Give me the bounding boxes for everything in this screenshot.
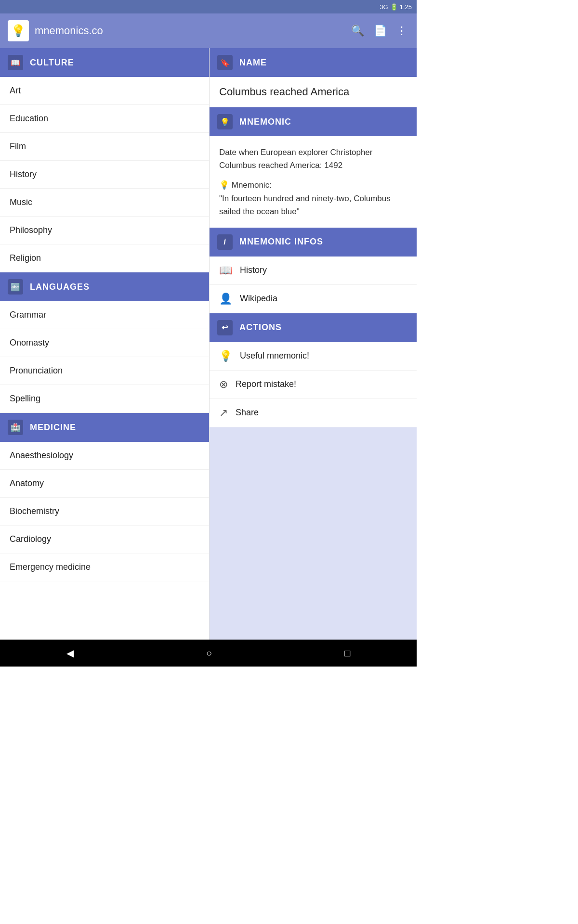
mnemonic-section-label: MNEMONIC	[239, 117, 291, 127]
infos-section-header: i MNEMONIC INFOS	[210, 228, 417, 257]
right-panel: 🔖 NAME Columbus reached America 💡 MNEMON…	[210, 48, 417, 640]
useful-label: Useful mnemonic!	[240, 351, 309, 361]
sidebar-item-spelling[interactable]: Spelling	[0, 385, 209, 413]
wikipedia-icon: 👤	[219, 293, 232, 305]
sidebar-item-biochemistry[interactable]: Biochemistry	[0, 498, 209, 526]
main-content: 📖 CULTURE Art Education Film History Mus…	[0, 48, 417, 640]
share-label: Share	[236, 408, 259, 418]
medicine-section-icon: 🏥	[8, 420, 23, 435]
report-label: Report mistake!	[236, 379, 296, 389]
more-options-button[interactable]: ⋮	[394, 23, 409, 39]
sidebar-item-history[interactable]: History	[0, 161, 209, 189]
culture-section-icon: 📖	[8, 55, 23, 70]
culture-section-label: CULTURE	[30, 58, 74, 68]
action-report-mistake[interactable]: ⊗ Report mistake!	[210, 371, 417, 399]
info-item-wikipedia[interactable]: 👤 Wikipedia	[210, 285, 417, 313]
mnemonic-section-header: 💡 MNEMONIC	[210, 107, 417, 136]
app-bar: 💡 mnemonics.co 🔍 📄 ⋮	[0, 13, 417, 48]
sidebar-item-emergency-medicine[interactable]: Emergency medicine	[0, 553, 209, 581]
action-share[interactable]: ↗ Share	[210, 399, 417, 427]
time-display: 1:25	[400, 3, 412, 11]
sidebar-item-religion[interactable]: Religion	[0, 244, 209, 272]
sidebar-item-art[interactable]: Art	[0, 77, 209, 105]
sidebar-item-cardiology[interactable]: Cardiology	[0, 526, 209, 553]
action-useful-mnemonic[interactable]: 💡 Useful mnemonic!	[210, 342, 417, 371]
sidebar-item-grammar[interactable]: Grammar	[0, 301, 209, 329]
sidebar-item-philosophy[interactable]: Philosophy	[0, 217, 209, 244]
sidebar-item-pronunciation[interactable]: Pronunciation	[0, 357, 209, 385]
useful-icon: 💡	[219, 350, 232, 362]
mnemonic-quote: 💡 Mnemonic: "In fourteen hundred and nin…	[219, 179, 407, 218]
bottom-nav: ◀ ○ □	[0, 640, 417, 667]
share-icon: ↩	[217, 320, 233, 335]
wikipedia-label: Wikipedia	[240, 294, 277, 304]
mnemonic-content: Date when European explorer Christopher …	[210, 136, 417, 228]
actions-section-label: ACTIONS	[239, 322, 282, 333]
name-section-header: 🔖 NAME	[210, 48, 417, 77]
sidebar-section-medicine[interactable]: 🏥 MEDICINE	[0, 413, 209, 442]
medicine-section-label: MEDICINE	[30, 423, 76, 433]
lightbulb-icon: 💡	[217, 114, 233, 129]
sidebar-section-culture[interactable]: 📖 CULTURE	[0, 48, 209, 77]
history-label: History	[240, 265, 267, 275]
sidebar-section-languages[interactable]: 🔤 LANGUAGES	[0, 272, 209, 301]
name-value: Columbus reached America	[210, 77, 417, 107]
app-logo: 💡	[8, 20, 29, 41]
sidebar-item-onomasty[interactable]: Onomasty	[0, 329, 209, 357]
home-button[interactable]: ○	[195, 644, 223, 663]
signal-indicator: 3G	[380, 3, 388, 11]
sidebar: 📖 CULTURE Art Education Film History Mus…	[0, 48, 210, 640]
history-icon: 📖	[219, 264, 232, 277]
report-icon: ⊗	[219, 378, 228, 391]
bookmark-icon: 🔖	[217, 55, 233, 70]
recent-button[interactable]: □	[333, 644, 362, 663]
app-title: mnemonics.co	[35, 25, 343, 37]
infos-section-label: MNEMONIC INFOS	[239, 237, 323, 247]
notes-button[interactable]: 📄	[372, 23, 389, 39]
share-action-icon: ↗	[219, 407, 228, 419]
status-bar: 3G 🔋 1:25	[0, 0, 417, 13]
info-icon: i	[217, 234, 233, 250]
info-item-history[interactable]: 📖 History	[210, 257, 417, 285]
battery-icon: 🔋	[390, 3, 398, 11]
app-bar-actions: 🔍 📄 ⋮	[349, 23, 409, 39]
sidebar-item-education[interactable]: Education	[0, 105, 209, 133]
sidebar-item-anaesthesiology[interactable]: Anaesthesiology	[0, 442, 209, 470]
mnemonic-text: Date when European explorer Christopher …	[219, 146, 407, 172]
sidebar-item-film[interactable]: Film	[0, 133, 209, 161]
back-button[interactable]: ◀	[55, 643, 85, 663]
languages-section-icon: 🔤	[8, 279, 23, 295]
languages-section-label: LANGUAGES	[30, 282, 90, 292]
sidebar-item-music[interactable]: Music	[0, 189, 209, 217]
actions-section-header: ↩ ACTIONS	[210, 313, 417, 342]
sidebar-item-anatomy[interactable]: Anatomy	[0, 470, 209, 498]
name-section-label: NAME	[239, 58, 267, 68]
status-icons: 3G 🔋 1:25	[380, 3, 412, 11]
search-button[interactable]: 🔍	[349, 23, 366, 39]
